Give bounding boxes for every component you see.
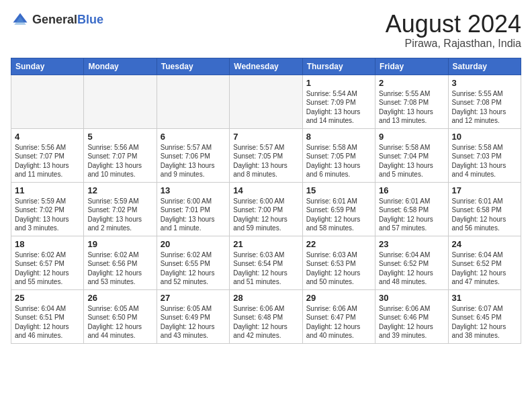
day-info: Sunrise: 5:57 AM Sunset: 7:06 PM Dayligh… (161, 143, 226, 179)
logo-text: GeneralBlue (32, 13, 103, 27)
calendar-cell (157, 75, 229, 128)
day-number: 5 (87, 132, 152, 142)
calendar-cell: 23Sunrise: 6:04 AM Sunset: 6:52 PM Dayli… (375, 236, 448, 289)
day-number: 6 (161, 132, 226, 142)
day-number: 28 (233, 293, 298, 303)
day-info: Sunrise: 6:04 AM Sunset: 6:51 PM Dayligh… (15, 304, 80, 340)
weekday-header: Tuesday (157, 58, 229, 75)
day-number: 15 (306, 185, 371, 195)
calendar-cell: 25Sunrise: 6:04 AM Sunset: 6:51 PM Dayli… (11, 289, 84, 343)
calendar-cell: 11Sunrise: 5:59 AM Sunset: 7:02 PM Dayli… (11, 182, 84, 236)
day-info: Sunrise: 5:59 AM Sunset: 7:02 PM Dayligh… (87, 197, 152, 233)
location: Pirawa, Rajasthan, India (386, 38, 521, 50)
day-info: Sunrise: 6:04 AM Sunset: 6:52 PM Dayligh… (379, 250, 444, 287)
day-number: 4 (15, 132, 80, 142)
calendar-week-row: 4Sunrise: 5:56 AM Sunset: 7:07 PM Daylig… (11, 128, 521, 182)
weekday-header: Wednesday (230, 58, 302, 75)
day-number: 3 (452, 78, 517, 88)
day-info: Sunrise: 6:06 AM Sunset: 6:48 PM Dayligh… (233, 304, 298, 340)
logo-icon (11, 11, 30, 30)
day-info: Sunrise: 5:54 AM Sunset: 7:09 PM Dayligh… (306, 89, 371, 126)
month-year: August 2024 (386, 11, 521, 38)
calendar-cell: 17Sunrise: 6:01 AM Sunset: 6:58 PM Dayli… (448, 182, 521, 236)
day-info: Sunrise: 5:56 AM Sunset: 7:07 PM Dayligh… (15, 143, 80, 179)
calendar-week-row: 11Sunrise: 5:59 AM Sunset: 7:02 PM Dayli… (11, 182, 521, 236)
calendar-cell: 29Sunrise: 6:06 AM Sunset: 6:47 PM Dayli… (302, 289, 375, 343)
day-info: Sunrise: 5:55 AM Sunset: 7:08 PM Dayligh… (452, 89, 517, 126)
calendar-cell: 13Sunrise: 6:00 AM Sunset: 7:01 PM Dayli… (157, 182, 229, 236)
calendar-body: 1Sunrise: 5:54 AM Sunset: 7:09 PM Daylig… (11, 75, 521, 343)
weekday-header: Saturday (448, 58, 521, 75)
calendar-cell: 5Sunrise: 5:56 AM Sunset: 7:07 PM Daylig… (84, 128, 157, 182)
weekday-header: Thursday (302, 58, 375, 75)
calendar-week-row: 18Sunrise: 6:02 AM Sunset: 6:57 PM Dayli… (11, 236, 521, 289)
day-info: Sunrise: 6:06 AM Sunset: 6:47 PM Dayligh… (306, 304, 371, 340)
day-info: Sunrise: 6:07 AM Sunset: 6:45 PM Dayligh… (452, 304, 517, 340)
calendar-header: SundayMondayTuesdayWednesdayThursdayFrid… (11, 58, 521, 75)
day-number: 26 (87, 293, 152, 303)
day-info: Sunrise: 6:05 AM Sunset: 6:50 PM Dayligh… (87, 304, 152, 340)
day-number: 8 (306, 132, 371, 142)
calendar-cell: 12Sunrise: 5:59 AM Sunset: 7:02 PM Dayli… (84, 182, 157, 236)
day-info: Sunrise: 6:02 AM Sunset: 6:55 PM Dayligh… (161, 250, 226, 287)
day-number: 18 (15, 239, 80, 249)
day-number: 22 (306, 239, 371, 249)
calendar-week-row: 25Sunrise: 6:04 AM Sunset: 6:51 PM Dayli… (11, 289, 521, 343)
day-number: 27 (161, 293, 226, 303)
calendar-cell: 9Sunrise: 5:58 AM Sunset: 7:04 PM Daylig… (375, 128, 448, 182)
day-number: 17 (452, 185, 517, 195)
weekday-header: Monday (84, 58, 157, 75)
calendar-cell: 6Sunrise: 5:57 AM Sunset: 7:06 PM Daylig… (157, 128, 229, 182)
logo-blue: Blue (77, 13, 103, 27)
calendar-cell: 4Sunrise: 5:56 AM Sunset: 7:07 PM Daylig… (11, 128, 84, 182)
day-info: Sunrise: 5:58 AM Sunset: 7:04 PM Dayligh… (379, 143, 444, 179)
day-info: Sunrise: 5:57 AM Sunset: 7:05 PM Dayligh… (233, 143, 298, 179)
calendar-week-row: 1Sunrise: 5:54 AM Sunset: 7:09 PM Daylig… (11, 75, 521, 128)
calendar-table: SundayMondayTuesdayWednesdayThursdayFrid… (11, 58, 521, 344)
weekday-row: SundayMondayTuesdayWednesdayThursdayFrid… (11, 58, 521, 75)
day-info: Sunrise: 6:00 AM Sunset: 7:00 PM Dayligh… (233, 197, 298, 233)
day-number: 2 (379, 78, 444, 88)
calendar-cell: 1Sunrise: 5:54 AM Sunset: 7:09 PM Daylig… (302, 75, 375, 128)
calendar-cell: 10Sunrise: 5:58 AM Sunset: 7:03 PM Dayli… (448, 128, 521, 182)
calendar-cell: 27Sunrise: 6:05 AM Sunset: 6:49 PM Dayli… (157, 289, 229, 343)
calendar-cell: 26Sunrise: 6:05 AM Sunset: 6:50 PM Dayli… (84, 289, 157, 343)
calendar-cell: 14Sunrise: 6:00 AM Sunset: 7:00 PM Dayli… (230, 182, 302, 236)
day-number: 30 (379, 293, 444, 303)
day-info: Sunrise: 6:02 AM Sunset: 6:56 PM Dayligh… (87, 250, 152, 287)
logo: GeneralBlue (11, 11, 103, 30)
calendar-cell: 31Sunrise: 6:07 AM Sunset: 6:45 PM Dayli… (448, 289, 521, 343)
day-info: Sunrise: 6:01 AM Sunset: 6:58 PM Dayligh… (452, 197, 517, 233)
title-block: August 2024 Pirawa, Rajasthan, India (386, 11, 521, 50)
day-info: Sunrise: 6:04 AM Sunset: 6:52 PM Dayligh… (452, 250, 517, 287)
day-info: Sunrise: 5:56 AM Sunset: 7:07 PM Dayligh… (87, 143, 152, 179)
weekday-header: Sunday (11, 58, 84, 75)
calendar-cell: 2Sunrise: 5:55 AM Sunset: 7:08 PM Daylig… (375, 75, 448, 128)
calendar-cell: 8Sunrise: 5:58 AM Sunset: 7:05 PM Daylig… (302, 128, 375, 182)
day-number: 14 (233, 185, 298, 195)
day-info: Sunrise: 6:01 AM Sunset: 6:58 PM Dayligh… (379, 197, 444, 233)
page-header: GeneralBlue August 2024 Pirawa, Rajastha… (11, 11, 521, 50)
logo-general: General (32, 13, 77, 27)
day-number: 20 (161, 239, 226, 249)
day-info: Sunrise: 5:59 AM Sunset: 7:02 PM Dayligh… (15, 197, 80, 233)
calendar-cell: 3Sunrise: 5:55 AM Sunset: 7:08 PM Daylig… (448, 75, 521, 128)
day-number: 1 (306, 78, 371, 88)
day-info: Sunrise: 6:01 AM Sunset: 6:59 PM Dayligh… (306, 197, 371, 233)
day-info: Sunrise: 5:55 AM Sunset: 7:08 PM Dayligh… (379, 89, 444, 126)
calendar-cell: 22Sunrise: 6:03 AM Sunset: 6:53 PM Dayli… (302, 236, 375, 289)
day-number: 19 (87, 239, 152, 249)
calendar-cell: 15Sunrise: 6:01 AM Sunset: 6:59 PM Dayli… (302, 182, 375, 236)
day-number: 25 (15, 293, 80, 303)
day-info: Sunrise: 6:03 AM Sunset: 6:53 PM Dayligh… (306, 250, 371, 287)
day-info: Sunrise: 6:02 AM Sunset: 6:57 PM Dayligh… (15, 250, 80, 287)
day-info: Sunrise: 6:05 AM Sunset: 6:49 PM Dayligh… (161, 304, 226, 340)
calendar-cell (84, 75, 157, 128)
calendar-cell: 16Sunrise: 6:01 AM Sunset: 6:58 PM Dayli… (375, 182, 448, 236)
weekday-header: Friday (375, 58, 448, 75)
day-number: 9 (379, 132, 444, 142)
day-info: Sunrise: 5:58 AM Sunset: 7:03 PM Dayligh… (452, 143, 517, 179)
calendar-cell (11, 75, 84, 128)
calendar-cell: 28Sunrise: 6:06 AM Sunset: 6:48 PM Dayli… (230, 289, 302, 343)
day-number: 10 (452, 132, 517, 142)
